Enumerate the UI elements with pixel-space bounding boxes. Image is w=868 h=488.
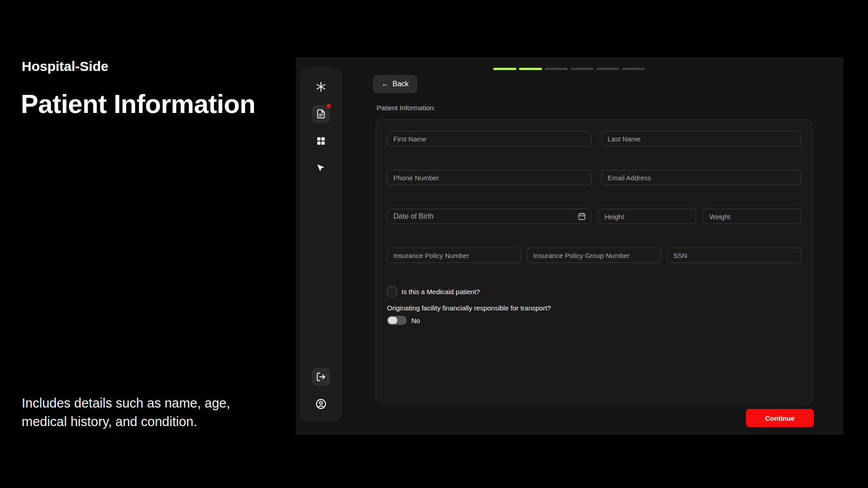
section-label: Patient Information:	[377, 104, 435, 112]
last-name-field[interactable]	[601, 131, 801, 146]
transport-toggle[interactable]	[387, 316, 407, 325]
logout-icon[interactable]	[312, 368, 330, 386]
back-button[interactable]: ← Back	[373, 75, 417, 93]
notification-badge	[326, 103, 332, 109]
first-name-field[interactable]	[387, 131, 591, 146]
insurance-policy-group-number-field[interactable]	[527, 248, 661, 263]
transport-toggle-row: No	[387, 316, 801, 325]
form-row-insurance	[387, 248, 801, 263]
document-icon[interactable]	[312, 105, 330, 123]
phone-number-field[interactable]	[387, 170, 591, 185]
date-of-birth-field[interactable]	[387, 209, 591, 224]
patient-information-form: Is this a Medicaid patient? Originating …	[376, 119, 812, 404]
progress-segment	[571, 68, 594, 70]
sidebar	[300, 67, 342, 422]
asterisk-icon[interactable]	[312, 78, 330, 96]
form-row-contact	[387, 170, 801, 185]
sidebar-bottom-group	[312, 368, 330, 413]
form-row-name	[387, 131, 801, 146]
transport-question: Originating facility financially respons…	[387, 304, 801, 312]
date-of-birth-input[interactable]	[387, 209, 578, 224]
calendar-icon[interactable]	[578, 212, 586, 221]
continue-button[interactable]: Continue	[746, 409, 814, 427]
medicaid-checkbox[interactable]	[387, 286, 397, 296]
page-title: Patient Information	[21, 89, 255, 119]
medicaid-label: Is this a Medicaid patient?	[401, 288, 480, 296]
sidebar-top-group	[312, 78, 330, 177]
email-address-field[interactable]	[601, 170, 801, 185]
weight-field[interactable]	[703, 209, 801, 224]
progress-segment	[519, 68, 542, 70]
back-button-label: Back	[392, 80, 409, 88]
grid-icon[interactable]	[312, 132, 330, 150]
insurance-policy-number-field[interactable]	[387, 248, 521, 263]
progress-bar	[493, 68, 645, 70]
toggle-knob	[388, 317, 397, 324]
medicaid-row: Is this a Medicaid patient?	[387, 286, 801, 296]
progress-segment	[493, 68, 516, 70]
ssn-field[interactable]	[667, 248, 801, 263]
app-panel: ← Back Patient Information:	[296, 57, 843, 435]
account-icon[interactable]	[312, 395, 330, 413]
progress-segment	[596, 68, 619, 70]
progress-segment	[545, 68, 568, 70]
form-row-dob	[387, 209, 801, 224]
height-field[interactable]	[598, 209, 696, 224]
cursor-icon[interactable]	[312, 159, 330, 177]
intro-kicker: Hospital-Side	[22, 59, 108, 74]
progress-segment	[622, 68, 645, 70]
back-arrow-icon: ←	[382, 80, 389, 88]
page: Hospital-Side Patient Information Includ…	[0, 0, 868, 488]
transport-toggle-label: No	[411, 317, 420, 324]
intro-description: Includes details such as name, age, medi…	[22, 394, 257, 431]
